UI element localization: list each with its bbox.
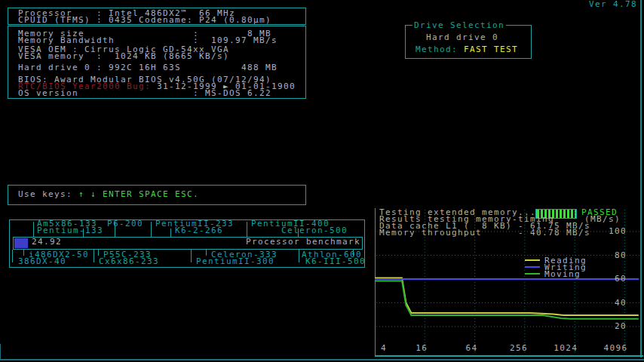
- method-label: Method:: [416, 44, 464, 54]
- speedsys-screen: Ver 4.78 Processor : Intel 486DX2™ 66 MH…: [0, 0, 644, 362]
- benchmark-tick: [299, 250, 299, 262]
- cpu-ref-label: PentiumII-300: [196, 258, 274, 265]
- benchmark-tick: [151, 222, 152, 237]
- benchmark-score: 24.92: [32, 238, 62, 245]
- benchmark-tick: [115, 222, 115, 237]
- benchmark-tick: [83, 229, 84, 237]
- cpu-ref-label: Cx6x86-233: [99, 258, 159, 265]
- screen-left-edge: [0, 344, 1, 360]
- benchmark-tick: [298, 229, 299, 237]
- legend-line-moving: [525, 273, 540, 275]
- y-tick-label: 100: [603, 228, 627, 235]
- benchmark-tick: [191, 250, 192, 262]
- cpu-ref-label: K6-2-266: [175, 227, 223, 234]
- benchmark-tick: [353, 250, 354, 256]
- x-tick-label: 64: [466, 345, 478, 351]
- version-label: Ver 4.78: [589, 1, 637, 8]
- legend-label-moving: Moving: [544, 271, 581, 278]
- series-reading: [375, 278, 639, 315]
- benchmark-tick: [98, 250, 99, 256]
- keys-help-row: Use keys: ↑ ↓ ENTER SPACE ESC.: [18, 191, 199, 198]
- benchmark-title: Processor benchmark: [246, 238, 360, 245]
- x-tick-label: 4: [381, 345, 387, 351]
- os-version-row: OS version : MS-DOS 6.22: [18, 90, 271, 97]
- legend-line-writing: [525, 266, 540, 268]
- memory-bandwidth-row: Memory Bandwidth : 109.97 MB/s: [18, 37, 278, 44]
- cpu-ref-label: K6-III-500: [305, 258, 366, 265]
- benchmark-tick: [206, 250, 207, 256]
- x-tick-label: 4096: [604, 345, 628, 351]
- method-value: FAST TEST: [464, 44, 518, 54]
- cpu-ref-label: P6-200: [107, 220, 143, 227]
- benchmark-tick: [247, 222, 247, 237]
- y-tick-label: 40: [603, 299, 627, 306]
- cpuid-row: CPUID (TFMS) : 0435 Codename: P24 (0.80µ…: [18, 17, 271, 23]
- benchmark-tick: [23, 250, 24, 256]
- drive-selection-title: Drive Selection: [412, 22, 506, 29]
- y-tick-label: 80: [603, 252, 627, 259]
- benchmark-tick: [94, 250, 94, 262]
- y-tick-label: 60: [603, 275, 627, 282]
- drive-selection-drive: Hard drive 0: [426, 34, 498, 41]
- cpu-ref-label: Celeron-500: [281, 227, 348, 234]
- benchmark-tick: [33, 222, 34, 237]
- legend-line-reading: [525, 259, 540, 261]
- cpu-ref-label: 386DX-40: [18, 258, 66, 265]
- benchmark-bar-fill: [14, 238, 28, 248]
- benchmark-tick: [170, 229, 171, 237]
- y-tick-label: 20: [603, 323, 627, 330]
- hard-drive-row: Hard drive 0 : 992C 16H 63S 488 MB: [18, 64, 278, 71]
- cpu-ref-label: Pentium-133: [37, 227, 103, 234]
- keys-help-prefix: Use keys:: [18, 189, 78, 199]
- x-tick-label: 256: [510, 345, 528, 351]
- drive-selection-method: Method: FAST TEST: [416, 46, 518, 53]
- x-tick-label: 1024: [554, 345, 578, 351]
- keys-help-keys: ↑ ↓ ENTER SPACE ESC.: [78, 189, 199, 199]
- vesa-memory-row: VESA memory : 1024 KB (8665 KB/s): [18, 53, 229, 60]
- x-tick-label: 16: [416, 345, 428, 351]
- benchmark-tick: [12, 250, 13, 262]
